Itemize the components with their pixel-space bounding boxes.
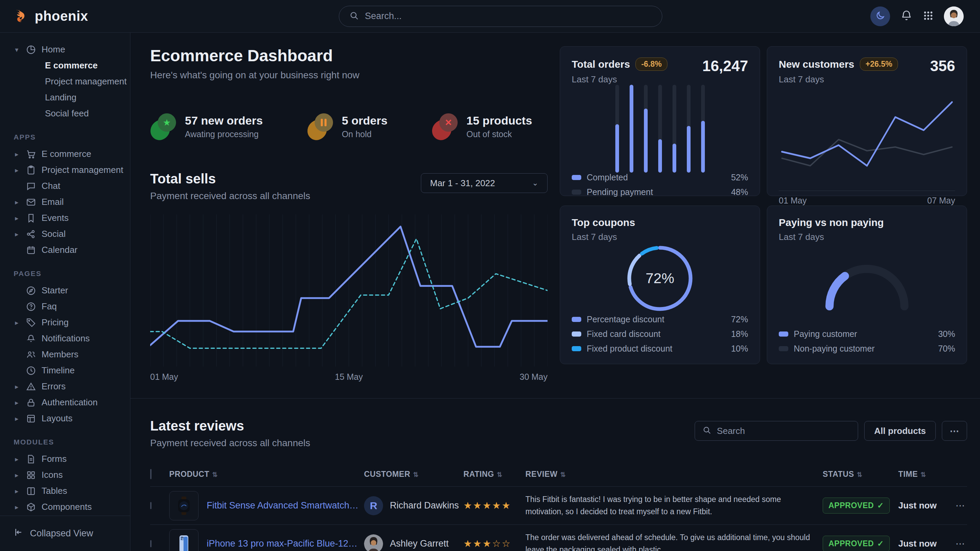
sidebar-item-pricing[interactable]: ▸ Pricing — [0, 314, 130, 330]
sidebar-item-notifications[interactable]: Notifications — [0, 330, 130, 346]
caret-right-icon: ▸ — [13, 455, 21, 463]
collapse-label: Collapsed View — [30, 528, 93, 539]
users-icon — [26, 349, 36, 360]
brand-name: phoenix — [35, 8, 88, 24]
star-blob-icon: ★ — [150, 113, 176, 140]
sidebar-item-label: Home — [41, 44, 65, 55]
sidebar-item-email[interactable]: ▸ Email — [0, 194, 130, 210]
notifications-button[interactable] — [900, 10, 913, 23]
search-icon — [703, 426, 711, 436]
pie-chart-icon — [26, 44, 36, 55]
card-title: Top coupons — [572, 217, 635, 229]
status-badge: APPROVED✓ — [822, 536, 890, 551]
compass-icon — [26, 286, 36, 296]
sidebar-item-social[interactable]: ▸ Social — [0, 226, 130, 242]
top-navbar: phoenix — [0, 0, 980, 33]
help-circle-icon — [26, 302, 36, 312]
caret-down-icon: ▾ — [13, 46, 21, 54]
collapse-sidebar-button[interactable]: Collapsed View — [0, 516, 130, 551]
table-row: Fitbit Sense Advanced Smartwatch with To… — [150, 486, 967, 524]
reviews-search[interactable] — [695, 421, 858, 441]
total-sells-chart — [150, 214, 547, 367]
sidebar-item-project-management-app[interactable]: ▸ Project management — [0, 162, 130, 178]
card-title: Paying vs non paying — [779, 217, 884, 229]
global-search-input[interactable] — [365, 11, 652, 21]
all-products-button[interactable]: All products — [864, 421, 936, 441]
sidebar-subitem-ecommerce[interactable]: E commerce — [0, 57, 130, 73]
caret-right-icon: ▸ — [13, 471, 21, 479]
user-avatar[interactable] — [944, 6, 964, 26]
calendar-icon — [26, 245, 36, 255]
product-link[interactable]: Fitbit Sense Advanced Smartwatch with To… — [207, 500, 360, 511]
sidebar-item-ecommerce-app[interactable]: ▸ E commerce — [0, 146, 130, 162]
sidebar-item-timeline[interactable]: Timeline — [0, 362, 130, 378]
sidebar-item-members[interactable]: Members — [0, 346, 130, 362]
sidebar-item-events[interactable]: ▸ Events — [0, 210, 130, 226]
reviews-search-input[interactable] — [717, 426, 850, 436]
total-sells-title: Total sells — [150, 171, 310, 186]
theme-toggle-button[interactable] — [870, 6, 890, 26]
caret-right-icon: ▸ — [13, 383, 21, 391]
sidebar-item-components[interactable]: ▸ Components — [0, 499, 130, 515]
sidebar-item-faq[interactable]: Faq — [0, 299, 130, 314]
row-menu-button[interactable]: ⋯ — [953, 538, 967, 549]
sidebar-item-forms[interactable]: ▸ Forms — [0, 451, 130, 467]
caret-right-icon: ▸ — [13, 150, 21, 158]
caret-right-icon: ▸ — [13, 503, 21, 511]
customer-avatar — [364, 534, 383, 551]
sidebar-subitem-social-feed[interactable]: Social feed — [0, 105, 130, 122]
date-range-value: Mar 1 - 31, 2022 — [430, 178, 495, 189]
page-subtitle: Here's what's going on at your business … — [150, 70, 547, 81]
col-product[interactable]: PRODUCT⇅ — [169, 470, 360, 479]
bell-icon — [900, 10, 913, 23]
donut-center-value: 72% — [646, 270, 674, 287]
bookmark-icon — [26, 213, 36, 223]
product-link[interactable]: iPhone 13 pro max-Pacific Blue-128GB sto… — [207, 538, 360, 549]
apps-menu-button[interactable] — [923, 10, 934, 22]
sidebar-subitem-landing[interactable]: Landing — [0, 89, 130, 105]
select-all-checkbox[interactable] — [150, 469, 151, 479]
sidebar-item-errors[interactable]: ▸ Errors — [0, 378, 130, 394]
row-menu-button[interactable]: ⋯ — [953, 500, 967, 511]
review-text: The order was delivered ahead of schedul… — [525, 532, 819, 551]
global-search[interactable] — [339, 6, 662, 27]
col-rating[interactable]: RATING⇅ — [463, 470, 521, 479]
col-time[interactable]: TIME⇅ — [898, 470, 949, 479]
total-sells-x-axis: 01 May 15 May 30 May — [150, 372, 547, 382]
sidebar-item-starter[interactable]: Starter — [0, 283, 130, 299]
sidebar-item-home[interactable]: ▾ Home — [0, 41, 130, 57]
brand[interactable]: phoenix — [0, 8, 130, 25]
sidebar-item-authentication[interactable]: ▸ Authentication — [0, 394, 130, 410]
total-sells-subtitle: Payment received across all channels — [150, 191, 310, 202]
share-icon — [26, 229, 36, 239]
row-checkbox[interactable] — [150, 540, 151, 547]
paying-vs-non-paying-card: Paying vs non paying Last 7 days Paying … — [767, 206, 967, 364]
sidebar-item-icons[interactable]: ▸ Icons — [0, 467, 130, 483]
quick-stats: ★ 57 new orders Awating processing — [150, 113, 547, 140]
caret-right-icon: ▸ — [13, 414, 21, 423]
sidebar-item-layouts[interactable]: ▸ Layouts — [0, 410, 130, 426]
sidebar-section-modules: MODULES — [0, 426, 130, 451]
sidebar-item-tables[interactable]: ▸ Tables — [0, 483, 130, 499]
col-review[interactable]: REVIEW⇅ — [525, 470, 819, 479]
date-range-select[interactable]: Mar 1 - 31, 2022 ⌄ — [421, 173, 547, 193]
new-customers-line-chart: 01 May 07 May — [779, 85, 955, 206]
sidebar-item-chat[interactable]: Chat — [0, 178, 130, 194]
sidebar-subitem-project-management[interactable]: Project management — [0, 73, 130, 89]
sidebar-item-calendar[interactable]: Calendar — [0, 242, 130, 258]
lock-icon — [26, 397, 36, 408]
customer-name: Ashley Garrett — [390, 538, 449, 549]
table-more-button[interactable]: ⋯ — [942, 421, 967, 441]
top-coupons-card: Top coupons Last 7 days 72% Percentage d… — [560, 206, 760, 364]
table-header-row: PRODUCT⇅ CUSTOMER⇅ RATING⇅ REVIEW⇅ STATU… — [150, 464, 967, 486]
main-content: Ecommerce Dashboard Here's what's going … — [130, 33, 980, 551]
stat-new-orders: ★ 57 new orders Awating processing — [150, 113, 263, 140]
change-badge: +26.5% — [860, 57, 898, 71]
moon-icon — [875, 11, 885, 22]
col-status[interactable]: STATUS⇅ — [822, 470, 894, 479]
col-customer[interactable]: CUSTOMER⇅ — [364, 470, 459, 479]
reviews-table: PRODUCT⇅ CUSTOMER⇅ RATING⇅ REVIEW⇅ STATU… — [150, 464, 967, 551]
rating-stars: ★★★★★ — [463, 500, 521, 511]
row-checkbox[interactable] — [150, 502, 151, 509]
clock-icon — [26, 365, 36, 376]
